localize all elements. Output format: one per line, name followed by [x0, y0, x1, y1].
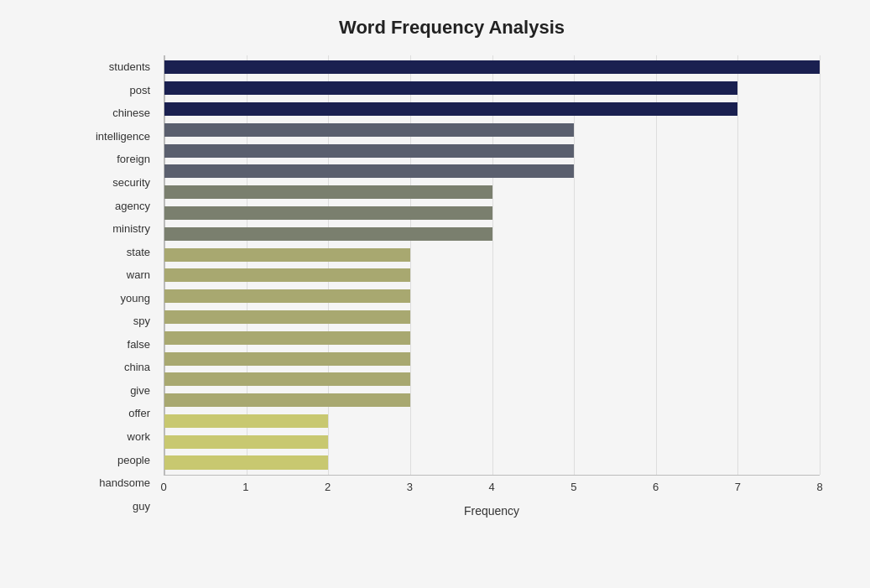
x-tick-0: 0 — [160, 481, 166, 493]
y-label-offer: offer — [128, 402, 157, 425]
x-tick-8: 8 — [816, 481, 822, 493]
y-axis-labels: studentspostchineseintelligenceforeignse… — [84, 55, 164, 518]
y-label-false: false — [128, 333, 157, 356]
x-tick-3: 3 — [407, 481, 413, 493]
bar-row-guy — [164, 452, 820, 473]
y-label-young: young — [121, 286, 157, 310]
x-tick-1: 1 — [242, 481, 248, 493]
y-label-agency: agency — [115, 194, 157, 217]
bar-warn — [164, 248, 410, 262]
y-label-handsome: handsome — [99, 471, 157, 495]
bar-work — [164, 393, 410, 407]
bar-foreign — [164, 144, 574, 158]
bar-row-state — [164, 223, 820, 244]
bar-false — [164, 310, 410, 324]
y-label-students: students — [109, 55, 157, 79]
bar-china — [164, 331, 410, 345]
bars-wrapper — [164, 55, 820, 475]
bar-students — [164, 60, 820, 74]
bar-handsome — [164, 435, 328, 449]
bar-spy — [164, 289, 410, 303]
bar-row-warn — [164, 244, 820, 265]
bar-offer — [164, 372, 410, 386]
bar-row-students — [164, 57, 820, 78]
bar-security — [164, 164, 574, 178]
y-label-china: china — [124, 356, 157, 379]
y-label-spy: spy — [133, 310, 157, 333]
bar-ministry — [164, 206, 492, 220]
y-label-warn: warn — [127, 263, 157, 287]
bar-row-intelligence — [164, 119, 820, 140]
grid-line-8 — [820, 55, 821, 475]
bar-row-spy — [164, 286, 820, 307]
x-axis: 012345678 — [164, 477, 820, 502]
x-tick-7: 7 — [735, 481, 741, 493]
y-label-ministry: ministry — [112, 217, 157, 241]
bar-row-give — [164, 348, 820, 369]
x-axis-title: Frequency — [164, 504, 820, 518]
bar-row-ministry — [164, 203, 820, 224]
bar-row-offer — [164, 369, 820, 390]
chart-title: Word Frequency Analysis — [84, 17, 820, 39]
bar-agency — [164, 185, 492, 199]
bar-row-people — [164, 411, 820, 432]
x-tick-4: 4 — [488, 481, 494, 493]
x-tick-2: 2 — [325, 481, 331, 493]
y-label-security: security — [112, 171, 157, 195]
x-tick-5: 5 — [570, 481, 576, 493]
y-label-chinese: chinese — [112, 101, 157, 125]
bar-young — [164, 268, 410, 282]
bar-row-china — [164, 327, 820, 348]
bar-chinese — [164, 102, 737, 116]
bar-row-young — [164, 265, 820, 286]
y-label-give: give — [130, 379, 157, 403]
bar-row-security — [164, 161, 820, 182]
bar-intelligence — [164, 123, 574, 137]
bar-row-foreign — [164, 140, 820, 161]
bar-row-chinese — [164, 99, 820, 120]
bar-row-work — [164, 390, 820, 411]
y-label-state: state — [127, 240, 157, 263]
bar-row-agency — [164, 182, 820, 203]
y-label-foreign: foreign — [117, 148, 157, 171]
bar-row-post — [164, 78, 820, 99]
bar-people — [164, 414, 328, 428]
bar-row-false — [164, 307, 820, 328]
y-label-work: work — [128, 425, 157, 449]
chart-container: Word Frequency Analysis studentspostchin… — [0, 0, 870, 588]
bar-row-handsome — [164, 431, 820, 452]
bar-give — [164, 352, 410, 366]
bar-state — [164, 227, 492, 241]
y-label-post: post — [129, 79, 157, 102]
y-label-guy: guy — [133, 494, 157, 518]
y-label-people: people — [117, 448, 157, 471]
y-label-intelligence: intelligence — [96, 125, 157, 148]
bar-post — [164, 81, 737, 95]
bar-guy — [164, 455, 328, 469]
chart-plot-area — [164, 55, 820, 476]
x-tick-6: 6 — [653, 481, 659, 493]
